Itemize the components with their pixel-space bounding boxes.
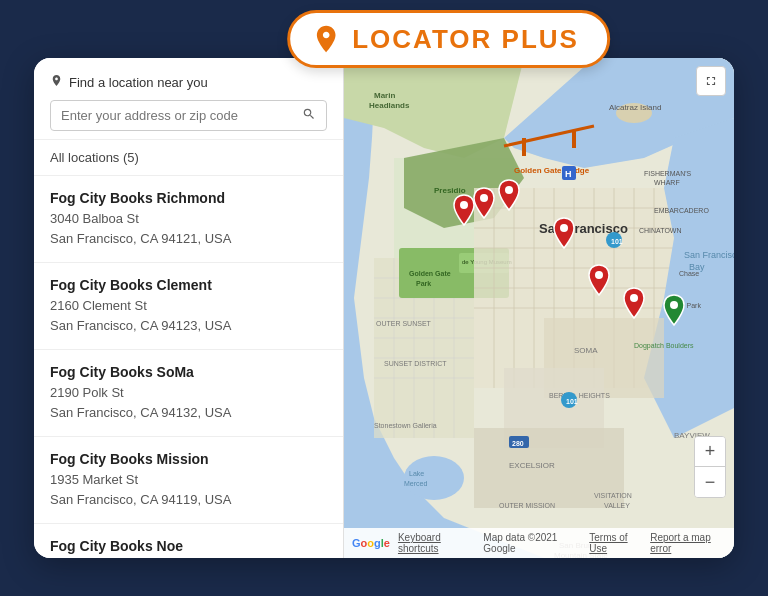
badge-title: LOCATOR PLUS: [352, 24, 579, 55]
svg-text:SOMA: SOMA: [574, 346, 598, 355]
svg-point-87: [560, 224, 568, 232]
location-address-1: 3040 Balboa St San Francisco, CA 94121, …: [50, 209, 327, 248]
svg-text:101: 101: [566, 398, 578, 405]
location-item-4[interactable]: Fog City Books Mission 1935 Market St Sa…: [34, 437, 343, 524]
svg-point-86: [505, 186, 513, 194]
badge-pin-icon: [310, 23, 342, 55]
svg-text:OUTER SUNSET: OUTER SUNSET: [376, 320, 432, 327]
svg-text:Presidio: Presidio: [434, 186, 466, 195]
svg-point-90: [670, 301, 678, 309]
locator-badge: LOCATOR PLUS: [287, 10, 610, 68]
svg-text:WHARF: WHARF: [654, 179, 680, 186]
svg-text:San Francisco: San Francisco: [684, 250, 734, 260]
svg-text:Chase: Chase: [679, 270, 699, 277]
svg-text:Dogpatch Boulders: Dogpatch Boulders: [634, 342, 694, 350]
svg-point-65: [404, 456, 464, 500]
svg-text:BERNAL HEIGHTS: BERNAL HEIGHTS: [549, 392, 610, 399]
search-box[interactable]: [50, 100, 327, 131]
location-item-3[interactable]: Fog City Books SoMa 2190 Polk St San Fra…: [34, 350, 343, 437]
map-svg: Alcatraz Island Golden Gate: [344, 58, 734, 558]
svg-rect-72: [572, 130, 576, 148]
svg-text:Golden Gate Bridge: Golden Gate Bridge: [514, 166, 590, 175]
zoom-in-button[interactable]: +: [695, 437, 725, 467]
svg-point-84: [460, 201, 468, 209]
svg-point-85: [480, 194, 488, 202]
location-address-4: 1935 Market St San Francisco, CA 94119, …: [50, 470, 327, 509]
find-label: Find a location near you: [50, 74, 327, 90]
svg-text:Lake: Lake: [409, 470, 424, 477]
location-name-1: Fog City Books Richmond: [50, 190, 327, 206]
locations-list: Fog City Books Richmond 3040 Balboa St S…: [34, 176, 343, 558]
zoom-controls: + −: [694, 436, 726, 498]
location-address-3: 2190 Polk St San Francisco, CA 94132, US…: [50, 383, 327, 422]
svg-text:280: 280: [512, 440, 524, 447]
map-footer: Google Keyboard shortcuts Map data ©2021…: [344, 528, 734, 558]
svg-text:Marin: Marin: [374, 91, 395, 100]
svg-text:OUTER MISSION: OUTER MISSION: [499, 502, 555, 509]
zoom-out-button[interactable]: −: [695, 467, 725, 497]
main-card: Find a location near you All locations (…: [34, 58, 734, 558]
location-item-5[interactable]: Fog City Books Noe: [34, 524, 343, 558]
find-label-text: Find a location near you: [69, 75, 208, 90]
svg-text:Park: Park: [416, 280, 431, 287]
svg-text:EXCELSIOR: EXCELSIOR: [509, 461, 555, 470]
location-name-5: Fog City Books Noe: [50, 538, 327, 554]
left-panel: Find a location near you All locations (…: [34, 58, 344, 558]
search-icon: [302, 107, 316, 124]
google-logo: Google: [352, 537, 390, 549]
footer-report[interactable]: Report a map error: [650, 532, 726, 554]
location-pin-icon: [50, 74, 63, 90]
svg-text:EMBARCADERO: EMBARCADERO: [654, 207, 709, 214]
svg-text:Golden Gate: Golden Gate: [409, 270, 451, 277]
location-name-2: Fog City Books Clement: [50, 277, 327, 293]
svg-text:CHINATOWN: CHINATOWN: [639, 227, 682, 234]
svg-text:FISHERMAN'S: FISHERMAN'S: [644, 170, 692, 177]
svg-point-89: [630, 294, 638, 302]
svg-text:SUNSET DISTRICT: SUNSET DISTRICT: [384, 360, 447, 367]
location-item-1[interactable]: Fog City Books Richmond 3040 Balboa St S…: [34, 176, 343, 263]
footer-data: Map data ©2021 Google: [483, 532, 581, 554]
expand-button[interactable]: [696, 66, 726, 96]
svg-rect-71: [522, 138, 526, 156]
location-item-2[interactable]: Fog City Books Clement 2160 Clement St S…: [34, 263, 343, 350]
location-name-3: Fog City Books SoMa: [50, 364, 327, 380]
svg-text:VALLEY: VALLEY: [604, 502, 630, 509]
svg-text:Headlands: Headlands: [369, 101, 410, 110]
map-panel: Alcatraz Island Golden Gate: [344, 58, 734, 558]
footer-terms[interactable]: Terms of Use: [589, 532, 642, 554]
panel-header: Find a location near you: [34, 58, 343, 140]
svg-text:VISITATION: VISITATION: [594, 492, 632, 499]
app-container: LOCATOR PLUS Find a location near you: [34, 38, 734, 558]
location-address-2: 2160 Clement St San Francisco, CA 94123,…: [50, 296, 327, 335]
location-name-4: Fog City Books Mission: [50, 451, 327, 467]
svg-text:Stonestown Galleria: Stonestown Galleria: [374, 422, 437, 429]
locations-count: All locations (5): [34, 140, 343, 176]
svg-text:Alcatraz Island: Alcatraz Island: [609, 103, 661, 112]
svg-text:H: H: [565, 169, 572, 179]
footer-keyboard[interactable]: Keyboard shortcuts: [398, 532, 475, 554]
svg-point-88: [595, 271, 603, 279]
search-input[interactable]: [61, 108, 296, 123]
svg-text:101: 101: [611, 238, 623, 245]
svg-text:Merced: Merced: [404, 480, 427, 487]
